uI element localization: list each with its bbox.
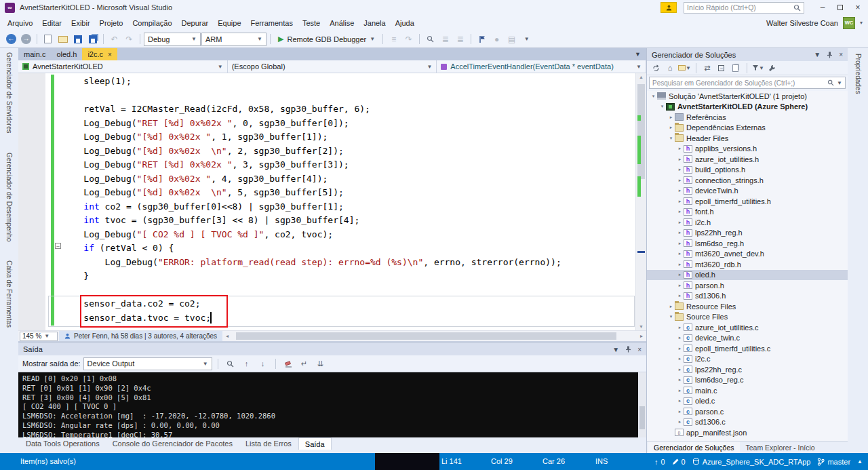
switch-views-button[interactable]: ▼ xyxy=(678,62,691,74)
expand-icon[interactable]: ▸ xyxy=(676,356,684,361)
scrollbar-thumb[interactable] xyxy=(637,84,645,179)
code-line[interactable]: int co2 = (sgp30_buffer[0]<<8) | sgp30_b… xyxy=(62,200,635,214)
close-icon[interactable]: × xyxy=(108,51,112,58)
uncomment-button[interactable]: ≣ xyxy=(453,32,467,47)
bookmark-button[interactable] xyxy=(475,32,489,47)
pin-icon[interactable] xyxy=(625,346,631,353)
tree-item-solu-o-avnetstarterkitoled-1-projeto[interactable]: ▾Solução 'AvnetStarterKitOLED' (1 projet… xyxy=(647,91,848,102)
collapse-all-button[interactable]: – xyxy=(715,62,728,74)
expand-icon[interactable]: ▸ xyxy=(676,251,684,256)
tree-item-mt3620-rdb-h[interactable]: ▸hmt3620_rdb.h xyxy=(647,259,848,270)
expand-icon[interactable]: ▸ xyxy=(676,262,684,267)
output-panel[interactable]: READ [0] 0x20 [1] 0x08RET [0] 0x01 [1] 0… xyxy=(18,372,646,437)
uncommitted-edits-indicator[interactable]: 0 xyxy=(672,458,686,466)
solution-search-input[interactable]: Pesquisar em Gerenciador de Soluções (Ct… xyxy=(649,77,846,89)
expand-icon[interactable]: ▸ xyxy=(676,188,684,193)
open-file-button[interactable] xyxy=(56,32,70,47)
tree-item-i2c-c[interactable]: ▸ci2c.c xyxy=(647,354,848,365)
scroll-left-icon[interactable]: ◂ xyxy=(222,333,232,339)
chevron-down-icon[interactable]: ▼ xyxy=(837,80,842,86)
scroll-up-icon[interactable]: ▲ xyxy=(636,75,646,79)
code-line[interactable]: if (retVal < 0) { xyxy=(62,241,635,256)
dock-tab-gerenciador-de-servidores[interactable]: Gerenciador de Servidores xyxy=(5,52,13,134)
menu-ajuda[interactable]: Ajuda xyxy=(391,16,419,30)
tree-item-lsm6dso-reg-h[interactable]: ▸hlsm6dso_reg.h xyxy=(647,238,848,249)
menu-an-lise[interactable]: Análise xyxy=(325,16,359,30)
bottom-tab-team-explorer-in-cio[interactable]: Team Explorer - Início xyxy=(741,442,821,453)
unpushed-commits-indicator[interactable]: ↑0 xyxy=(654,458,665,466)
code-line[interactable]: Log_Debug("RET [%d] 0x%02x ", 0, sgp30_b… xyxy=(62,117,635,131)
collapse-icon[interactable]: ▾ xyxy=(667,136,675,141)
branch-indicator[interactable]: master xyxy=(817,458,850,466)
expand-icon[interactable]: ▸ xyxy=(667,125,675,130)
bottom-tab-gerenciador-de-solu-es[interactable]: Gerenciador de Soluções xyxy=(648,442,740,453)
tree-item-avnetstarterkitoled-azure-sphere[interactable]: ▾AvnetStarterKitOLED (Azure Sphere) xyxy=(647,102,848,113)
start-debugging-button[interactable]: ▶ Remote GDB Debugger ▼ xyxy=(274,32,379,47)
tree-item-sd1306-h[interactable]: ▸hsd1306.h xyxy=(647,291,848,302)
navigate-back-button[interactable]: ← xyxy=(4,32,18,47)
close-panel-icon[interactable]: × xyxy=(637,346,642,353)
output-source-dropdown[interactable]: Device Output ▼ xyxy=(83,357,212,370)
expand-icon[interactable]: ▸ xyxy=(676,377,684,383)
window-menu-caret-icon[interactable]: ▼ xyxy=(612,346,619,353)
user-avatar[interactable]: WC xyxy=(843,17,855,29)
minimize-button[interactable]: – xyxy=(814,1,831,14)
output-scrollbar[interactable] xyxy=(638,372,646,437)
account-caret-icon[interactable]: ▾ xyxy=(860,20,863,26)
output-panel-header[interactable]: Saída ▼ × xyxy=(18,343,646,355)
code-line[interactable]: int tvoc = (sgp30_buffer[3] << 8) | sgp3… xyxy=(62,214,635,228)
expand-icon[interactable]: ▸ xyxy=(676,157,684,162)
blame-info[interactable]: Peter Fenn, há 58 dias | 3 autores, 4 al… xyxy=(59,331,222,342)
tree-item-devicetwin-h[interactable]: ▸hdeviceTwin.h xyxy=(647,186,848,197)
close-panel-icon[interactable]: × xyxy=(839,51,843,58)
panel-tab-data-tools-operations[interactable]: Data Tools Operations xyxy=(20,437,106,450)
expand-icon[interactable]: ▸ xyxy=(676,398,684,404)
tree-item-app-manifest-json[interactable]: {}app_manifest.json xyxy=(647,427,848,438)
menu-exibir[interactable]: Exibir xyxy=(66,16,95,30)
code-line[interactable]: sleep(1); xyxy=(62,75,635,89)
nav-scope-dropdown[interactable]: (Escopo Global) ▼ xyxy=(228,60,437,73)
panel-tab-console-do-gerenciador-de-pacotes[interactable]: Console do Gerenciador de Pacotes xyxy=(106,437,239,450)
tree-item-source-files[interactable]: ▾Source Files xyxy=(647,312,848,323)
menu-equipe[interactable]: Equipe xyxy=(213,16,245,30)
collapse-icon[interactable]: ▾ xyxy=(650,94,657,99)
tree-item-parson-c[interactable]: ▸cparson.c xyxy=(647,406,848,417)
scrollbar-thumb[interactable] xyxy=(639,406,645,429)
word-wrap-button[interactable]: ↵ xyxy=(298,357,311,370)
tab-oled-h[interactable]: oled.h xyxy=(51,48,82,60)
tree-item-device-twin-c[interactable]: ▸cdevice_twin.c xyxy=(647,333,848,344)
autoscroll-button[interactable]: ⇊ xyxy=(314,357,328,370)
tree-item-lps22hh-reg-c[interactable]: ▸clps22hh_reg.c xyxy=(647,364,848,375)
previous-message-button[interactable]: ↑ xyxy=(240,357,254,370)
send-feedback-button[interactable] xyxy=(660,2,677,13)
expand-icon[interactable]: ▸ xyxy=(667,115,675,120)
tree-item-font-h[interactable]: ▸hfont.h xyxy=(647,207,848,218)
user-name[interactable]: Walter Silvestre Coan xyxy=(766,19,838,27)
tree-item-oled-h[interactable]: ▸holed.h xyxy=(647,270,848,281)
show-all-files-button[interactable] xyxy=(730,62,742,74)
home-button[interactable]: ⌂ xyxy=(664,62,676,74)
expand-icon[interactable]: ▸ xyxy=(676,419,684,425)
comment-button[interactable]: ≣ xyxy=(438,32,452,47)
menu-ferramentas[interactable]: Ferramentas xyxy=(246,16,298,30)
tree-item-mt3620-avnet-dev-h[interactable]: ▸hmt3620_avnet_dev.h xyxy=(647,249,848,260)
zoom-dropdown[interactable]: 145 % ▼ xyxy=(20,332,58,341)
dock-tab-caixa-de-ferramentas[interactable]: Caixa de Ferramentas xyxy=(5,260,13,328)
notifications-chevron-icon[interactable]: ▲ xyxy=(857,458,863,465)
expand-icon[interactable]: ▸ xyxy=(676,199,684,204)
redo-button[interactable]: ↷ xyxy=(122,32,136,47)
tree-item-i2c-h[interactable]: ▸hi2c.h xyxy=(647,217,848,228)
menu-teste[interactable]: Teste xyxy=(298,16,325,30)
step-over-button[interactable]: ↷ xyxy=(401,32,416,47)
sync-with-active-document-button[interactable]: ⇄ xyxy=(701,62,713,74)
quick-launch-input[interactable]: Início Rápido (Ctrl+Q) xyxy=(684,2,804,14)
menu-arquivo[interactable]: Arquivo xyxy=(3,16,37,30)
dock-tab-propriedades[interactable]: Propriedades xyxy=(854,54,862,94)
panel-tab-lista-de-erros[interactable]: Lista de Erros xyxy=(239,437,298,450)
tab-i2c-c[interactable]: i2c.c× xyxy=(82,48,117,60)
menu-projeto[interactable]: Projeto xyxy=(95,16,128,30)
code-line[interactable]: Log_Debug("[%d] 0x%02x ", 4, sgp30_buffe… xyxy=(62,172,635,187)
collapse-icon[interactable]: ▾ xyxy=(658,104,666,109)
tree-item-oled-c[interactable]: ▸coled.c xyxy=(647,396,848,407)
collapse-icon[interactable]: ▾ xyxy=(667,314,675,319)
